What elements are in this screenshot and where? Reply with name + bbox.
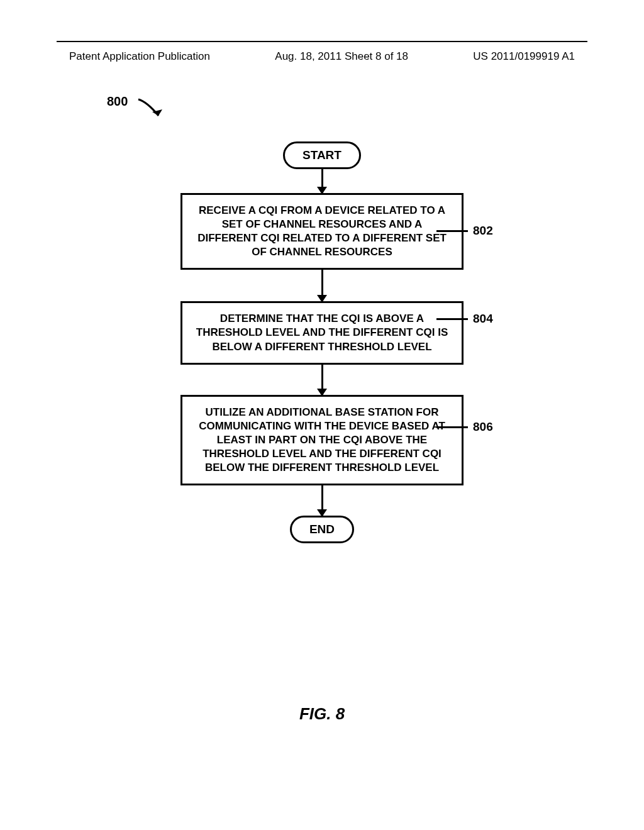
flowchart: START RECEIVE A CQI FROM A DEVICE RELATE…	[0, 141, 644, 543]
process-text: DETERMINE THAT THE CQI IS ABOVE A THRESH…	[196, 313, 448, 352]
callout-ref-806: 806	[473, 420, 493, 434]
arrow-icon	[321, 169, 323, 193]
process-text: RECEIVE A CQI FROM A DEVICE RELATED TO A…	[197, 204, 447, 258]
arrow-icon	[321, 485, 323, 516]
callout-line	[436, 230, 468, 232]
end-terminal: END	[290, 516, 354, 543]
arrow-icon	[321, 365, 323, 395]
callout-line	[436, 426, 468, 428]
figure-reference-number: 800	[107, 94, 128, 109]
process-text: UTILIZE AN ADDITIONAL BASE STATION FOR C…	[199, 406, 445, 473]
start-terminal: START	[283, 141, 361, 169]
page-header: Patent Application Publication Aug. 18, …	[0, 50, 644, 63]
header-rule	[57, 41, 587, 42]
figure-caption: FIG. 8	[0, 704, 644, 724]
callout-ref-804: 804	[473, 312, 493, 326]
process-step-1: RECEIVE A CQI FROM A DEVICE RELATED TO A…	[180, 193, 464, 270]
process-step-2: DETERMINE THAT THE CQI IS ABOVE A THRESH…	[180, 301, 464, 364]
header-center: Aug. 18, 2011 Sheet 8 of 18	[275, 50, 408, 63]
reference-arrow-icon	[136, 97, 174, 128]
process-step-3: UTILIZE AN ADDITIONAL BASE STATION FOR C…	[180, 395, 464, 485]
header-right: US 2011/0199919 A1	[473, 50, 575, 63]
callout-ref-802: 802	[473, 224, 493, 238]
arrow-icon	[321, 270, 323, 301]
header-left: Patent Application Publication	[69, 50, 210, 63]
callout-line	[436, 318, 468, 320]
